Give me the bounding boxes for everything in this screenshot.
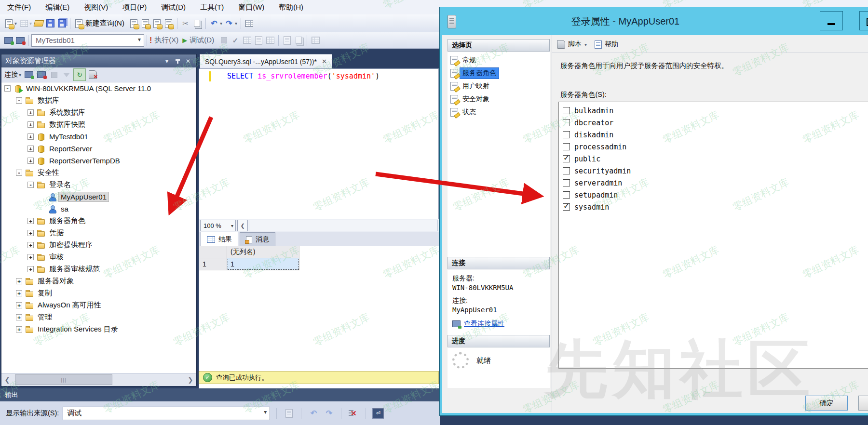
tree-item[interactable]: 数据库 [1,94,196,106]
expand-toggle[interactable] [16,302,22,308]
view-connection-properties-link[interactable]: 查看连接属性 [464,319,504,328]
tree-item[interactable]: 服务器对象 [1,275,196,287]
menu-item[interactable]: 工具(T) [193,0,231,14]
grid-corner-cell[interactable] [199,246,227,258]
debug-button[interactable]: 调试(D) [190,36,214,45]
tree-item[interactable]: MyTestdb01 [1,131,196,143]
scrollbar-thumb[interactable]: ||| [15,374,112,385]
role-checkbox[interactable] [563,191,570,199]
select-page-item[interactable]: 用户映射 [448,80,550,93]
chevron-down-icon[interactable]: ▾ [220,21,222,26]
output-source-combo[interactable]: 调试 [63,407,270,420]
menu-item[interactable]: 视图(V) [77,0,115,14]
tree-item[interactable]: 服务器审核规范 [1,263,196,275]
change-connection-icon[interactable] [14,35,26,46]
tree-item[interactable]: MyAppUser01 [1,191,196,203]
tree-item[interactable]: 登录名 [1,179,196,191]
server-role-item[interactable]: diskadmin [559,129,868,141]
zoom-level-combo[interactable]: 100 % [200,220,236,231]
help-button[interactable]: 帮助 [605,40,618,49]
sql-editor[interactable]: SELECT is_srvrolemember('sysadmin') [199,68,439,219]
new-database-object-icon[interactable] [3,18,14,29]
script-error-icon[interactable]: ✕ [87,69,98,80]
copy-icon[interactable] [191,18,203,29]
grid-row-number[interactable]: 1 [199,258,227,270]
server-role-item[interactable]: setupadmin [559,189,868,201]
tree-item[interactable]: Integration Services 目录 [1,323,196,335]
expand-toggle[interactable] [27,158,34,164]
connect-server-icon[interactable] [23,69,35,80]
filter-icon[interactable] [61,69,72,80]
open-file-icon[interactable] [33,18,44,29]
tree-item[interactable]: ReportServerTempDB [1,155,196,167]
role-checkbox[interactable] [563,119,570,126]
expand-toggle[interactable] [4,85,11,92]
server-role-item[interactable]: public [559,153,868,165]
dmx-query-icon[interactable] [151,18,163,29]
tree-item[interactable]: 服务器角色 [1,215,196,227]
editor-hscrollbar[interactable] [249,220,438,231]
save-icon[interactable] [44,18,56,29]
expand-toggle[interactable] [27,266,34,272]
stop-icon[interactable] [48,69,60,80]
tree-item[interactable]: 加密提供程序 [1,239,196,251]
stop-icon[interactable] [218,35,230,46]
database-engine-query-icon[interactable] [128,18,140,29]
expand-toggle[interactable] [16,326,22,332]
cancel-button-cut[interactable] [858,396,868,411]
scroll-right-icon[interactable]: ❯ [185,374,196,385]
save-all-icon[interactable] [56,18,68,29]
tree-item[interactable]: 安全性 [1,167,196,179]
close-icon[interactable]: ✕ [322,58,327,65]
server-role-item[interactable]: securityadmin [559,165,868,177]
tree-item[interactable]: 凭据 [1,227,196,239]
expand-toggle[interactable] [27,109,34,116]
new-query-button[interactable]: 新建查询(N) [85,19,124,28]
expand-toggle[interactable] [27,146,34,152]
tree-item[interactable]: 复制 [1,287,196,299]
expand-toggle[interactable] [27,242,34,248]
select-page-item[interactable]: 服务器角色 [448,66,550,80]
chevron-down-icon[interactable]: ▾ [235,21,237,26]
role-checkbox[interactable] [563,179,570,186]
select-page-item[interactable]: 状态 [448,106,550,119]
results-to-grid-icon[interactable] [281,35,293,46]
tree-item[interactable]: AlwaysOn 高可用性 [1,299,196,311]
tree-item[interactable]: 管理 [1,311,196,323]
execute-button[interactable]: 执行(X) [154,36,178,45]
parse-icon[interactable]: ✓ [230,35,241,46]
mdx-query-icon[interactable] [140,18,151,29]
server-role-item[interactable]: dbcreator [559,117,868,129]
expand-toggle[interactable] [16,314,22,320]
object-explorer-hscrollbar[interactable]: ❮ ||| ❯ [1,373,196,386]
grid-cell-selected[interactable]: 1 [227,258,299,270]
minimize-button[interactable] [820,11,843,30]
goto-previous-icon[interactable]: ↶ [308,408,319,419]
query-tab[interactable]: SQLQuery3.sql -...yAppUser01 (57))* ✕ [200,54,332,68]
chevron-down-icon[interactable]: ▾ [19,72,21,78]
goto-next-icon[interactable]: ↷ [323,408,335,419]
expand-toggle[interactable] [27,121,34,128]
tree-item[interactable]: WIN-80LVKKRM5UA (SQL Server 11.0 [1,82,196,94]
connect-icon[interactable] [3,35,14,46]
expand-toggle[interactable] [27,254,34,260]
refresh-icon[interactable]: ↻ [73,68,86,81]
expand-toggle[interactable] [27,182,34,188]
intellisense-icon[interactable] [253,35,264,46]
expand-toggle[interactable] [16,290,22,296]
new-query-icon[interactable] [73,18,84,29]
comment-icon[interactable] [310,35,321,46]
dialog-titlebar[interactable]: 登录属性 - MyAppUser01 [440,7,868,35]
disconnect-server-icon[interactable] [36,69,47,80]
clear-all-icon[interactable]: ✕ [348,408,359,419]
role-checkbox[interactable] [563,107,570,114]
redo-icon[interactable]: ↷ [223,18,235,29]
activity-monitor-icon[interactable] [244,18,255,29]
connect-menu[interactable]: 连接 [4,70,18,79]
expand-toggle[interactable] [27,230,34,236]
chevron-down-icon[interactable]: ▾ [584,42,587,47]
tab-messages[interactable]: 消息 [240,232,275,246]
expand-toggle[interactable] [16,97,22,104]
available-databases-combo[interactable]: MyTestdb01 [31,34,144,47]
pin-icon[interactable] [172,56,183,66]
